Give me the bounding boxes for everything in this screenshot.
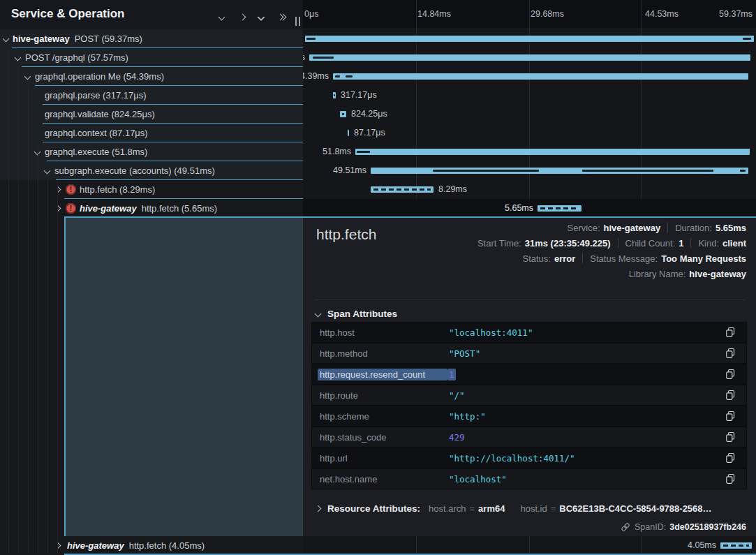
- copy-icon[interactable]: [725, 390, 736, 401]
- resource-attributes-title: Resource Attributes:: [327, 503, 420, 514]
- chevron-down-icon[interactable]: [217, 10, 228, 20]
- child-span-marks: [334, 94, 336, 96]
- grid-line: [529, 536, 530, 554]
- tree-row[interactable]: graphql.parse (317.17μs): [0, 86, 303, 105]
- span-bar[interactable]: [333, 73, 748, 80]
- attribute-row[interactable]: http.scheme"http:": [312, 406, 746, 426]
- tree-gutter: [0, 218, 64, 555]
- tree-row[interactable]: graphql.operation Me (54.39ms): [0, 67, 303, 86]
- copy-icon[interactable]: [725, 410, 736, 422]
- meta-label: Start Time:: [477, 238, 521, 249]
- tree-row[interactable]: !http.fetch (8.29ms): [0, 180, 303, 199]
- ruler-tick-label: 14.84ms: [417, 9, 451, 19]
- span-bar[interactable]: [309, 54, 750, 61]
- error-icon: !: [66, 184, 76, 195]
- timeline-panel: 0μs14.84ms29.68ms44.53ms59.37ms 59.37ms5…: [303, 0, 756, 555]
- tree-row-label: http.fetch (8.29ms): [80, 180, 155, 199]
- tree-row[interactable]: graphql.validate (824.25μs): [0, 105, 303, 124]
- attribute-row[interactable]: http.status_code429: [312, 427, 746, 447]
- ruler-tick-label: 44.53ms: [645, 9, 679, 19]
- attribute-value: 429: [447, 431, 466, 443]
- chevron-down-icon[interactable]: [15, 54, 22, 61]
- chevrons-right-icon[interactable]: [276, 10, 288, 20]
- attribute-row[interactable]: net.host.name"localhost": [312, 469, 746, 489]
- chevron-down-icon[interactable]: [24, 73, 31, 80]
- grid-line: [641, 0, 642, 218]
- meta-label: Library Name:: [629, 269, 686, 279]
- span-attributes-table: http.host"localhost:4011"http.method"POS…: [311, 322, 747, 489]
- child-span-marks: [306, 38, 316, 40]
- tree-header: Service & Operation: [0, 0, 303, 29]
- span-meta-line: Service:hive-gatewayDuration:5.65ms: [568, 220, 746, 235]
- copy-icon[interactable]: [725, 473, 736, 484]
- attribute-value: "http://localhost:4011/": [447, 452, 577, 464]
- resource-key: host.id: [520, 503, 547, 514]
- attribute-key: http.scheme: [318, 410, 447, 422]
- attribute-key: http.request.resend_count: [318, 369, 447, 380]
- child-span-marks: [313, 57, 334, 59]
- equals-sign: =: [551, 503, 556, 514]
- meta-label: Status:: [523, 253, 551, 264]
- copy-icon[interactable]: [725, 327, 736, 338]
- grid-line: [416, 0, 417, 218]
- attribute-row[interactable]: http.method"POST": [312, 343, 746, 363]
- span-bar[interactable]: [371, 186, 433, 193]
- span-bar[interactable]: [538, 205, 581, 212]
- tree-row[interactable]: hive-gatewayhttp.fetch (4.05ms): [0, 536, 303, 555]
- meta-value: 1: [679, 238, 683, 249]
- copy-icon[interactable]: [725, 348, 736, 359]
- span-attributes-header[interactable]: Span Attributes: [316, 306, 397, 320]
- attribute-value: "localhost": [447, 473, 508, 485]
- span-meta: Service:hive-gatewayDuration:5.65msStart…: [477, 220, 746, 281]
- tree-row[interactable]: hive-gatewayPOST (59.37ms): [0, 29, 303, 48]
- span-duration-label: 87.17μs: [354, 124, 385, 142]
- meta-label: Duration:: [675, 223, 712, 233]
- span-attributes-title: Span Attributes: [327, 309, 397, 319]
- span-bar[interactable]: [355, 149, 750, 155]
- splitter-handle[interactable]: [294, 17, 301, 26]
- span-meta-line: Library Name:hive-gateway: [629, 266, 746, 281]
- tree-row[interactable]: graphql.execute (51.8ms): [0, 142, 303, 161]
- tree-row[interactable]: POST /graphql (57.57ms): [0, 48, 303, 67]
- span-duration-label: 317.17μs: [341, 86, 377, 105]
- chevrons-down-icon[interactable]: [257, 10, 268, 20]
- copy-icon[interactable]: [725, 431, 736, 443]
- ruler-tick-label: 29.68ms: [531, 9, 564, 19]
- tree-row[interactable]: !hive-gatewayhttp.fetch (5.65ms): [0, 199, 303, 218]
- meta-value: hive-gateway: [689, 269, 746, 279]
- divider: [618, 238, 618, 248]
- span-id-label: SpanID:: [635, 522, 666, 532]
- tree-row-label: subgraph.execute (accounts) (49.51ms): [54, 161, 215, 180]
- resource-value: arm64: [478, 503, 505, 514]
- meta-label: Service:: [568, 223, 600, 233]
- resource-attributes-header[interactable]: Resource Attributes: host.arch=arm64host…: [316, 501, 712, 516]
- attribute-value: "/": [447, 390, 466, 401]
- copy-icon[interactable]: [725, 369, 736, 380]
- attribute-key: http.url: [318, 452, 447, 464]
- copy-icon[interactable]: [725, 452, 736, 464]
- chevron-down-icon[interactable]: [3, 36, 10, 43]
- span-bar[interactable]: [305, 36, 754, 42]
- span-bar[interactable]: [348, 130, 349, 136]
- resource-key: host.arch: [429, 503, 466, 514]
- attribute-row[interactable]: http.request.resend_count1: [312, 364, 746, 384]
- attribute-row[interactable]: http.host"localhost:4011": [312, 323, 746, 342]
- ruler-tick-label: 0μs: [304, 9, 318, 19]
- span-bar[interactable]: [720, 542, 752, 549]
- tree-row[interactable]: graphql.context (87.17μs): [0, 124, 303, 142]
- link-icon: [621, 522, 630, 532]
- span-duration-label: 51.8ms: [323, 142, 351, 161]
- attribute-row[interactable]: http.url"http://localhost:4011/": [312, 448, 746, 468]
- attribute-row[interactable]: http.route"/": [312, 385, 746, 405]
- span-duration-label: 8.29ms: [438, 180, 467, 199]
- chevron-right-icon[interactable]: [237, 10, 249, 20]
- chevron-down-icon[interactable]: [44, 168, 51, 175]
- span-duration-label: 49.51ms: [333, 161, 366, 180]
- span-duration-label: 5.65ms: [505, 199, 533, 218]
- meta-label: Kind:: [698, 238, 719, 249]
- attribute-key: http.method: [318, 348, 447, 360]
- tree-row[interactable]: hive-gatewayhttp.fetch (4.05ms): [0, 536, 303, 555]
- attribute-key: http.host: [318, 327, 447, 339]
- resource-value: BC62E13B-C4CC-5854-9788-2568…: [559, 503, 711, 514]
- tree-row[interactable]: subgraph.execute (accounts) (49.51ms): [0, 161, 303, 180]
